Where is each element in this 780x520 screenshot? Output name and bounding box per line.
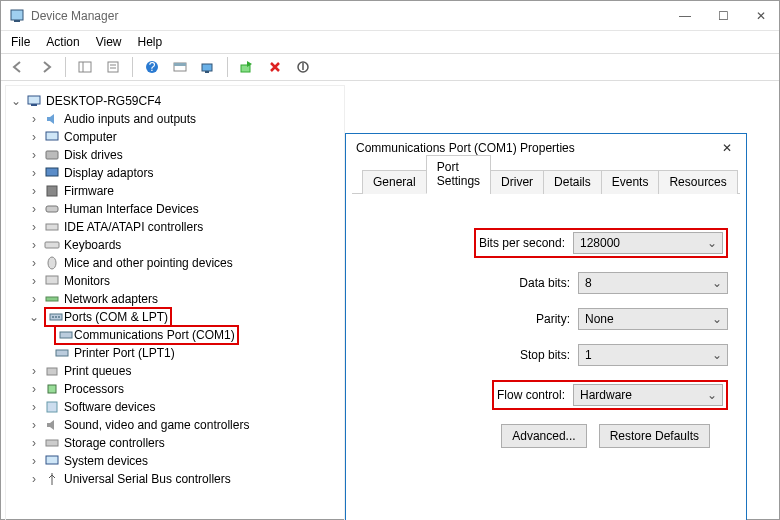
expand-icon[interactable]: › (28, 112, 40, 126)
minimize-button[interactable]: — (675, 9, 695, 23)
tree-item-keyboards[interactable]: ›Keyboards (10, 236, 340, 254)
collapse-icon[interactable]: ⌄ (28, 310, 40, 324)
flow-control-value: Hardware (580, 388, 632, 402)
tree-item-software[interactable]: ›Software devices (10, 398, 340, 416)
collapse-icon[interactable]: ⌄ (10, 94, 22, 108)
uninstall-icon[interactable] (264, 56, 286, 78)
tree-item-mice[interactable]: ›Mice and other pointing devices (10, 254, 340, 272)
tree-item-ports-highlight: Ports (COM & LPT) (44, 307, 172, 327)
svg-rect-35 (47, 402, 57, 412)
expand-icon[interactable]: › (28, 202, 40, 216)
tree-item-label: Computer (64, 130, 117, 144)
inner-button-row: Advanced... Restore Defaults (364, 424, 728, 448)
expand-icon[interactable]: › (28, 274, 40, 288)
expand-icon[interactable]: › (28, 256, 40, 270)
tree-item-display[interactable]: ›Display adaptors (10, 164, 340, 182)
bits-per-second-select[interactable]: 128000 ⌄ (573, 232, 723, 254)
flow-control-label: Flow control: (497, 388, 565, 402)
hid-icon (44, 201, 60, 217)
close-button[interactable]: ✕ (751, 9, 771, 23)
expand-icon[interactable]: › (28, 382, 40, 396)
tree-item-network[interactable]: ›Network adapters (10, 290, 340, 308)
tree-item-ide[interactable]: ›IDE ATA/ATAPI controllers (10, 218, 340, 236)
parity-select[interactable]: None ⌄ (578, 308, 728, 330)
dialog-close-button[interactable]: ✕ (718, 141, 736, 155)
expand-icon[interactable]: › (28, 400, 40, 414)
device-tree[interactable]: ⌄ DESKTOP-RG59CF4 ›Audio inputs and outp… (5, 85, 345, 520)
tree-item-lpt1[interactable]: Printer Port (LPT1) (10, 344, 340, 362)
menu-file[interactable]: File (11, 35, 30, 49)
tree-item-usb[interactable]: ›Universal Serial Bus controllers (10, 470, 340, 488)
expand-icon[interactable]: › (28, 364, 40, 378)
svg-rect-10 (174, 63, 186, 66)
svg-rect-19 (46, 168, 58, 176)
data-bits-select[interactable]: 8 ⌄ (578, 272, 728, 294)
tab-events[interactable]: Events (601, 170, 660, 194)
show-hide-tree-icon[interactable] (74, 56, 96, 78)
flow-control-select[interactable]: Hardware ⌄ (573, 384, 723, 406)
expand-icon[interactable]: › (28, 166, 40, 180)
update-driver-icon[interactable] (236, 56, 258, 78)
advanced-button[interactable]: Advanced... (501, 424, 586, 448)
back-icon[interactable] (7, 56, 29, 78)
svg-rect-0 (11, 10, 23, 20)
menu-view[interactable]: View (96, 35, 122, 49)
svg-rect-22 (46, 224, 58, 230)
tree-item-audio[interactable]: ›Audio inputs and outputs (10, 110, 340, 128)
expand-icon[interactable]: › (28, 130, 40, 144)
tree-item-system[interactable]: ›System devices (10, 452, 340, 470)
cpu-icon (44, 381, 60, 397)
svg-rect-2 (79, 62, 91, 72)
chevron-down-icon: ⌄ (712, 348, 722, 362)
data-bits-value: 8 (585, 276, 592, 290)
tab-driver[interactable]: Driver (490, 170, 544, 194)
menu-action[interactable]: Action (46, 35, 79, 49)
tab-resources[interactable]: Resources (658, 170, 737, 194)
restore-defaults-button[interactable]: Restore Defaults (599, 424, 710, 448)
expand-icon[interactable]: › (28, 292, 40, 306)
tree-item-ports[interactable]: ⌄ Ports (COM & LPT) (10, 308, 340, 326)
tab-general[interactable]: General (362, 170, 427, 194)
expand-icon[interactable]: › (28, 184, 40, 198)
disk-icon (44, 147, 60, 163)
chevron-down-icon: ⌄ (712, 312, 722, 326)
stop-bits-select[interactable]: 1 ⌄ (578, 344, 728, 366)
expand-icon[interactable]: › (28, 472, 40, 486)
tree-item-storage[interactable]: ›Storage controllers (10, 434, 340, 452)
tree-item-printqueues[interactable]: ›Print queues (10, 362, 340, 380)
expand-icon[interactable]: › (28, 436, 40, 450)
svg-rect-26 (46, 297, 58, 301)
tree-item-com1[interactable]: Communications Port (COM1) (10, 326, 340, 344)
menu-help[interactable]: Help (138, 35, 163, 49)
help-icon[interactable]: ? (141, 56, 163, 78)
tree-item-hid[interactable]: ›Human Interface Devices (10, 200, 340, 218)
window-body: ⌄ DESKTOP-RG59CF4 ›Audio inputs and outp… (1, 81, 779, 519)
expand-icon[interactable]: › (28, 238, 40, 252)
tree-item-disk[interactable]: ›Disk drives (10, 146, 340, 164)
scan-hardware-icon[interactable] (197, 56, 219, 78)
tree-item-monitors[interactable]: ›Monitors (10, 272, 340, 290)
expand-icon[interactable]: › (28, 220, 40, 234)
maximize-button[interactable]: ☐ (713, 9, 733, 23)
svg-rect-34 (48, 385, 56, 393)
tree-item-firmware[interactable]: ›Firmware (10, 182, 340, 200)
window-title: Device Manager (31, 9, 675, 23)
disable-icon[interactable] (292, 56, 314, 78)
field-parity: Parity: None ⌄ (364, 308, 728, 330)
expand-icon[interactable]: › (28, 148, 40, 162)
tab-port-settings[interactable]: Port Settings (426, 155, 491, 194)
software-icon (44, 399, 60, 415)
tree-item-computer[interactable]: ›Computer (10, 128, 340, 146)
port-icon (54, 345, 70, 361)
tree-root[interactable]: ⌄ DESKTOP-RG59CF4 (10, 92, 340, 110)
expand-icon[interactable]: › (28, 454, 40, 468)
forward-icon[interactable] (35, 56, 57, 78)
expand-icon[interactable]: › (28, 418, 40, 432)
tree-item-processors[interactable]: ›Processors (10, 380, 340, 398)
tree-item-sound[interactable]: ›Sound, video and game controllers (10, 416, 340, 434)
action-icon[interactable] (169, 56, 191, 78)
chevron-down-icon: ⌄ (707, 388, 717, 402)
tab-details[interactable]: Details (543, 170, 602, 194)
data-bits-label: Data bits: (519, 276, 570, 290)
properties-icon[interactable] (102, 56, 124, 78)
